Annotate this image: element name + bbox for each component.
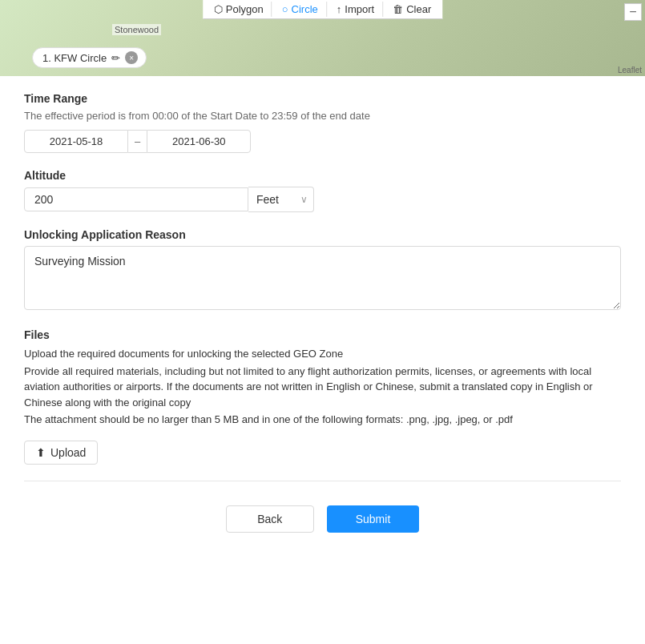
kfw-circle-badge: 1. KFW Circle ✏ × — [32, 47, 147, 68]
files-description: Upload the required documents for unlock… — [24, 346, 621, 428]
clear-icon: 🗑 — [393, 3, 403, 15]
leaflet-attribution: Leaflet — [618, 66, 642, 74]
circle-tool-button[interactable]: ○ Circle — [274, 2, 327, 17]
altitude-unit-select[interactable]: Feet Meters — [248, 187, 314, 212]
files-label: Files — [24, 328, 621, 341]
kfw-circle-pencil-icon[interactable]: ✏ — [111, 52, 120, 64]
kfw-circle-badge-container: 1. KFW Circle ✏ × — [32, 47, 147, 68]
time-range-section: Time Range The effective period is from … — [24, 92, 621, 153]
files-description-1: Upload the required documents for unlock… — [24, 346, 621, 362]
divider — [24, 481, 621, 481]
files-description-3: The attachment should be no larger than … — [24, 412, 621, 428]
import-tool-button[interactable]: ↑ Import — [329, 2, 383, 17]
map-toolbar: ⬡ Polygon ○ Circle ↑ Import 🗑 Clear — [203, 0, 443, 19]
start-date-input[interactable] — [24, 130, 128, 153]
altitude-row: Feet Meters — [24, 187, 621, 212]
date-range-row: – — [24, 130, 621, 153]
zoom-minus-button[interactable]: − — [624, 3, 642, 21]
clear-label: Clear — [406, 3, 431, 15]
end-date-input[interactable] — [147, 130, 251, 153]
kfw-circle-badge-label: 1. KFW Circle — [42, 52, 107, 64]
upload-icon: ⬆ — [36, 446, 46, 459]
upload-button[interactable]: ⬆ Upload — [24, 441, 98, 465]
clear-tool-button[interactable]: 🗑 Clear — [385, 2, 439, 17]
main-content: Time Range The effective period is from … — [0, 76, 645, 565]
import-icon: ↑ — [337, 3, 342, 15]
polygon-tool-button[interactable]: ⬡ Polygon — [206, 2, 272, 17]
files-section: Files Upload the required documents for … — [24, 328, 621, 465]
map-stonewood-label: Stonewood — [112, 24, 161, 35]
time-range-label: Time Range — [24, 92, 621, 105]
reason-textarea[interactable]: Surveying Mission — [24, 246, 621, 310]
altitude-label: Altitude — [24, 169, 621, 182]
reason-label: Unlocking Application Reason — [24, 228, 621, 241]
altitude-input[interactable] — [24, 187, 248, 211]
footer-buttons: Back Submit — [24, 497, 621, 549]
polygon-icon: ⬡ — [214, 3, 223, 15]
altitude-unit-wrapper: Feet Meters — [248, 187, 314, 212]
time-range-hint: The effective period is from 00:00 of th… — [24, 110, 621, 122]
altitude-section: Altitude Feet Meters — [24, 169, 621, 212]
reason-section: Unlocking Application Reason Surveying M… — [24, 228, 621, 312]
circle-label: Circle — [292, 3, 318, 15]
upload-label: Upload — [50, 446, 86, 459]
import-label: Import — [345, 3, 374, 15]
circle-icon: ○ — [282, 3, 288, 15]
files-description-2: Provide all required materials, includin… — [24, 364, 621, 411]
submit-button[interactable]: Submit — [327, 505, 420, 533]
back-button[interactable]: Back — [226, 505, 314, 533]
kfw-circle-close-button[interactable]: × — [125, 51, 138, 64]
date-separator: – — [128, 130, 147, 153]
map-container: ⬡ Polygon ○ Circle ↑ Import 🗑 Clear Ston… — [0, 0, 645, 76]
polygon-label: Polygon — [226, 3, 264, 15]
